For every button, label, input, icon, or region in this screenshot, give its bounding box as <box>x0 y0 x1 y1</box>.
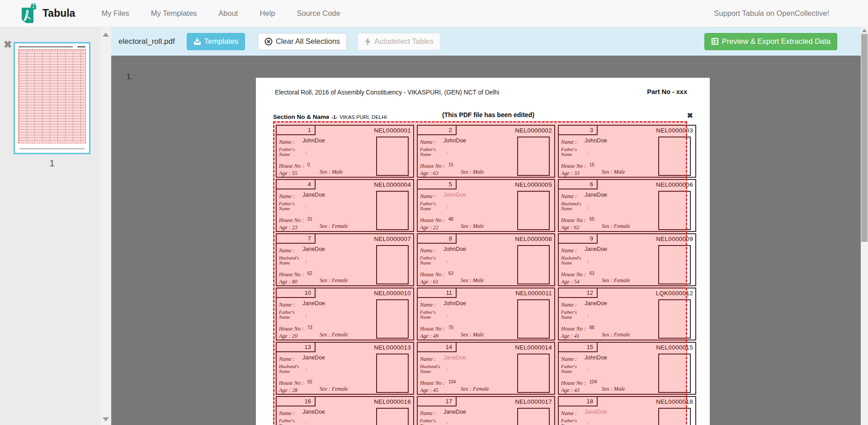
brand-title[interactable]: Tabula <box>42 7 75 19</box>
page-thumbnail[interactable] <box>14 42 90 154</box>
table-selection-overlay[interactable]: ✖ <box>273 121 687 425</box>
lightning-bolt-icon <box>364 38 371 46</box>
scrollbar-up-icon[interactable] <box>862 29 867 32</box>
remove-page-icon[interactable]: ✖ <box>4 40 12 50</box>
pdf-edited-note: (This PDF file has been edited) <box>442 111 534 118</box>
pdf-section-row: Section No & Name -1- VIKAS PURI, DELHI <box>273 113 387 121</box>
thumb-footer-line <box>19 148 85 149</box>
scroll-down-icon[interactable] <box>103 417 109 421</box>
thumb-selection-rect <box>18 49 86 143</box>
thumbnail-page-number: 1 <box>14 158 90 169</box>
scrollbar-thumb[interactable] <box>861 34 868 242</box>
autodetect-tables-button: Autodetect Tables <box>358 33 440 50</box>
scroll-up-icon[interactable] <box>103 33 109 37</box>
nav-source-code[interactable]: Source Code <box>286 9 351 18</box>
clear-all-selections-label: Clear All Selections <box>276 37 340 46</box>
nav-my-files[interactable]: My Files <box>90 9 140 18</box>
document-canvas: 1. Electoral Roll, 2016 of Assembly Cons… <box>111 56 861 425</box>
support-link[interactable]: Support Tabula on OpenCollective! <box>714 9 829 18</box>
circle-x-icon <box>264 38 273 46</box>
nav-my-templates[interactable]: My Templates <box>140 9 208 18</box>
section-label: Section No & Name <box>273 113 330 120</box>
autodetect-tables-label: Autodetect Tables <box>374 37 434 46</box>
templates-button[interactable]: Templates <box>187 33 245 50</box>
open-filename: electoral_roll.pdf <box>118 37 175 46</box>
content-area: electoral_roll.pdf Templates Clear All S… <box>111 27 861 425</box>
clear-all-selections-button[interactable]: Clear All Selections <box>258 33 347 50</box>
page-thumbnail-sidebar: ✖ 1 <box>0 27 100 425</box>
toolbar: electoral_roll.pdf Templates Clear All S… <box>111 27 861 56</box>
sidebar-scrollbar[interactable] <box>100 27 111 425</box>
pdf-part-number: Part No - xxx <box>647 88 687 95</box>
section-number: -1- <box>331 114 337 120</box>
thumb-part-line <box>77 46 85 47</box>
templates-label: Templates <box>204 37 238 46</box>
nav-links: My Files My Templates About Help Source … <box>90 9 351 18</box>
top-navbar: Tabula My Files My Templates About Help … <box>0 0 868 27</box>
preview-export-button[interactable]: Preview & Export Extracted Data <box>704 33 837 50</box>
table-list-icon <box>711 38 719 45</box>
preview-export-label: Preview & Export Extracted Data <box>722 37 830 46</box>
section-value: VIKAS PURI, DELHI <box>340 114 387 120</box>
tabula-logo-icon[interactable] <box>20 3 38 24</box>
selection-close-icon[interactable]: ✖ <box>687 112 693 119</box>
tray-import-icon <box>193 38 201 45</box>
pdf-page[interactable]: Electoral Roll, 2016 of Assembly Constit… <box>256 78 710 425</box>
page-number-label: 1. <box>127 73 132 81</box>
thumb-title-line <box>19 46 73 47</box>
nav-help[interactable]: Help <box>249 9 286 18</box>
nav-about[interactable]: About <box>208 9 249 18</box>
pdf-title: Electoral Roll, 2016 of Assembly Constit… <box>275 89 499 96</box>
window-scrollbar[interactable] <box>861 27 868 425</box>
